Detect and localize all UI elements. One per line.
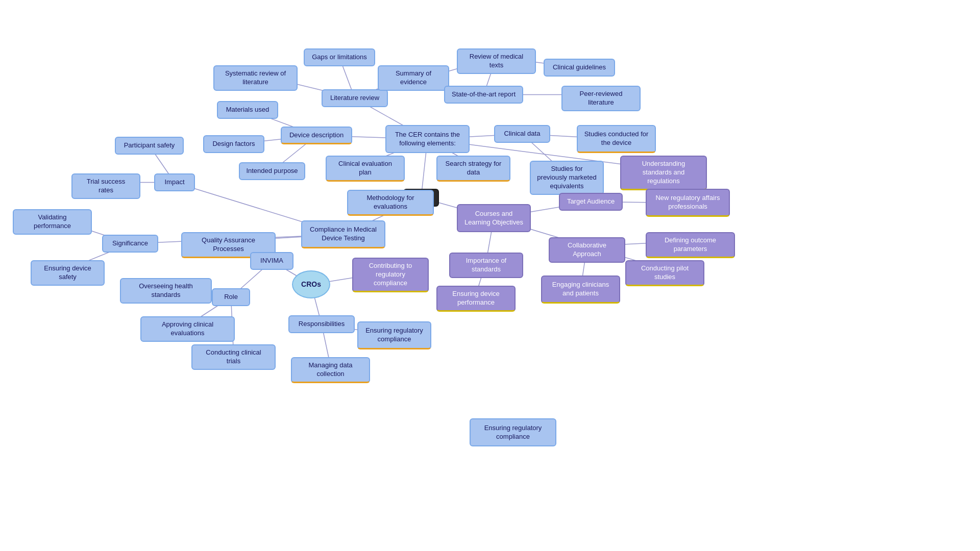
node-responsibilities[interactable]: Responsibilities (288, 315, 355, 333)
node-invima[interactable]: INVIMA (250, 252, 293, 270)
node-overseeing[interactable]: Overseeing health standards (120, 278, 212, 304)
node-ensure-device-perf[interactable]: Ensuring device performance (436, 286, 516, 312)
node-sys-review[interactable]: Systematic review of literature (213, 65, 298, 91)
node-clinical-data[interactable]: Clinical data (494, 125, 550, 143)
node-lit-review[interactable]: Literature review (322, 89, 388, 107)
node-approving[interactable]: Approving clinical evaluations (140, 316, 235, 342)
node-significance[interactable]: Significance (102, 235, 158, 253)
node-gaps[interactable]: Gaps or limitations (304, 48, 375, 66)
node-validating-perf[interactable]: Validating performance (13, 209, 92, 235)
node-clin-eval-plan[interactable]: Clinical evaluation plan (326, 156, 405, 182)
node-defining-outcome[interactable]: Defining outcome parameters (646, 232, 735, 258)
node-ensuring-reg-comp2[interactable]: Ensuring regulatory compliance (470, 418, 556, 446)
node-impact[interactable]: Impact (154, 173, 195, 191)
node-search-strategy[interactable]: Search strategy for data (436, 156, 510, 182)
node-courses[interactable]: Courses and Learning Objectives (457, 204, 531, 232)
node-conducting-trials[interactable]: Conducting clinical trials (191, 344, 276, 370)
node-trial-success[interactable]: Trial success rates (71, 173, 140, 199)
node-peer-lit[interactable]: Peer-reviewed literature (561, 86, 641, 111)
node-design-factors[interactable]: Design factors (203, 135, 264, 153)
node-role[interactable]: Role (212, 288, 250, 306)
node-studies-device[interactable]: Studies conducted for the device (577, 125, 656, 153)
node-review-med[interactable]: Review of medical texts (457, 48, 536, 74)
node-understand-regs[interactable]: Understanding standards and regulations (620, 156, 707, 190)
node-clin-guidelines[interactable]: Clinical guidelines (544, 59, 615, 77)
node-conducting-pilot[interactable]: Conducting pilot studies (625, 260, 704, 286)
node-ensuring-device[interactable]: Ensuring device safety (31, 260, 105, 286)
node-engaging-clin[interactable]: Engaging clinicians and patients (541, 276, 620, 304)
node-studies-equiv[interactable]: Studies for previously marketed equivale… (530, 161, 604, 195)
node-cros[interactable]: CROs (292, 270, 330, 298)
node-methodology[interactable]: Methodology for evaluations (347, 190, 434, 216)
node-cer[interactable]: The CER contains the following elements: (385, 125, 470, 153)
node-intended-purpose[interactable]: Intended purpose (239, 162, 305, 180)
node-state-art[interactable]: State-of-the-art report (444, 86, 523, 104)
node-materials[interactable]: Materials used (217, 101, 278, 119)
node-summary-ev[interactable]: Summary of evidence (378, 65, 449, 91)
mindmap-container: rootThe CER contains the following eleme… (0, 0, 980, 551)
node-contrib-reg[interactable]: Contributing to regulatory compliance (352, 258, 429, 292)
node-compliance-testing[interactable]: Compliance in Medical Device Testing (301, 220, 385, 248)
node-managing-data[interactable]: Managing data collection (291, 357, 370, 383)
node-importance-stds[interactable]: Importance of standards (449, 253, 523, 278)
node-ensuring-reg-comp[interactable]: Ensuring regulatory compliance (357, 321, 431, 349)
node-participant-safety[interactable]: Participant safety (115, 137, 184, 155)
node-target-audience[interactable]: Target Audience (559, 193, 623, 211)
node-new-reg-prof[interactable]: New regulatory affairs professionals (646, 189, 730, 217)
node-device-desc[interactable]: Device description (281, 127, 352, 144)
node-collab-approach[interactable]: Collaborative Approach (549, 237, 625, 263)
